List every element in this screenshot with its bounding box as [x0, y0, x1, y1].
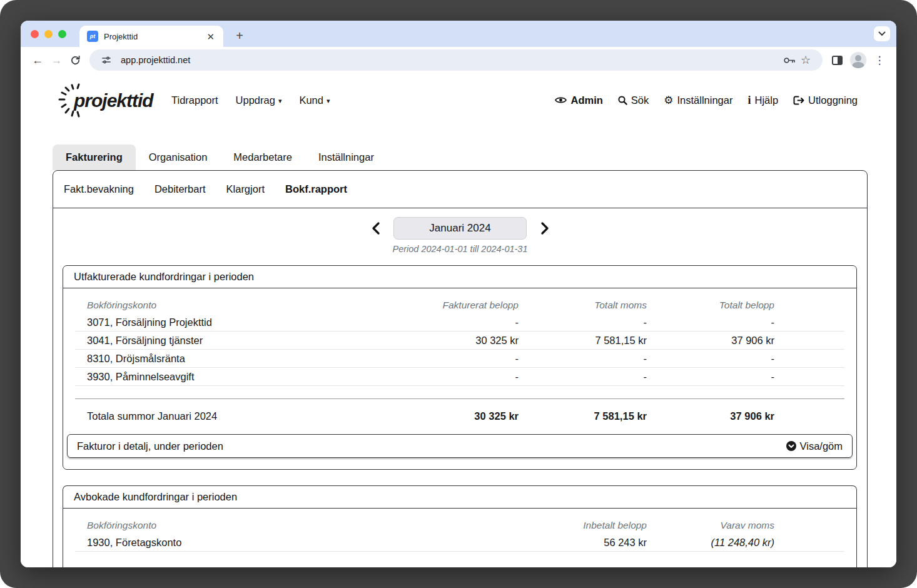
- totals-row: Totala summor Januari 2024 30 325 kr 7 5…: [75, 399, 844, 424]
- page-content: projekttid Tidrapport Uppdrag ▾ Kund ▾: [21, 73, 896, 567]
- caret-down-icon: ▾: [278, 97, 282, 105]
- nav-hjalp[interactable]: i Hjälp: [747, 94, 778, 106]
- caret-down-icon: ▾: [327, 97, 330, 105]
- table-row: 1930, Företagskonto 56 243 kr (11 248,40…: [75, 534, 844, 552]
- table-header-row: Bokföringskonto Inbetalt belopp Varav mo…: [75, 517, 844, 534]
- totals-fakturerat: 30 325 kr: [390, 410, 519, 422]
- subtab-fakt-bevakning[interactable]: Fakt.bevakning: [64, 183, 134, 195]
- address-bar[interactable]: app.projekttid.net ☆: [89, 49, 823, 71]
- tab-fakturering[interactable]: Fakturering: [53, 144, 136, 170]
- nav-installningar[interactable]: ⚙ Inställningar: [664, 94, 732, 106]
- table-row: 3041, Försäljning tjänster 30 325 kr 7 5…: [75, 332, 844, 350]
- section-tabs: Fakturering Organisation Medarbetare Ins…: [53, 144, 387, 170]
- account-cell: 8310, Dröjsmålsränta: [75, 353, 390, 365]
- col-inbetalt-belopp: Inbetalt belopp: [519, 520, 647, 531]
- projekttid-logo[interactable]: projekttid: [56, 81, 161, 119]
- reload-icon[interactable]: [66, 51, 84, 69]
- tab-search-chevron-icon[interactable]: [874, 26, 890, 41]
- invoiced-card: Utfakturerade kundfordringar i perioden …: [63, 265, 857, 470]
- user-nav: Admin Sök ⚙ Inställningar i Hjälp: [555, 94, 858, 106]
- browser-tab-title: Projekttid: [104, 32, 204, 41]
- invoiced-table: Bokföringskonto Fakturerat belopp Totalt…: [75, 297, 844, 424]
- col-bokforingskonto: Bokföringskonto: [75, 300, 390, 311]
- amount-cell: 56 243 kr: [519, 537, 647, 549]
- amount-cell: 30 325 kr: [390, 335, 519, 347]
- site-info-icon[interactable]: [98, 52, 114, 68]
- side-panel-icon[interactable]: [828, 51, 846, 69]
- amount-cell: -: [647, 353, 774, 365]
- chevron-down-circle-icon: [786, 441, 796, 451]
- month-navigator: Januari 2024: [53, 217, 867, 240]
- sub-tabs: Fakt.bevakning Debiterbart Klargjort Bok…: [53, 171, 867, 208]
- browser-toolbar: ← → app.projekttid.net ☆ ⋮: [21, 47, 896, 73]
- zoom-window-button[interactable]: [58, 30, 66, 38]
- profile-avatar[interactable]: [850, 52, 866, 68]
- search-icon: [618, 96, 627, 105]
- account-cell: 3041, Försäljning tjänster: [75, 335, 390, 347]
- tab-organisation[interactable]: Organisation: [136, 144, 221, 170]
- col-totalt-moms: Totalt moms: [519, 300, 647, 311]
- table-header-row: Bokföringskonto Fakturerat belopp Totalt…: [75, 297, 844, 313]
- amount-cell: -: [647, 317, 774, 328]
- col-varav-moms: Varav moms: [647, 520, 774, 531]
- cancelled-card: Avbokade kundfordringar i perioden Bokfö…: [63, 485, 857, 567]
- browser-tabstrip: pt Projekttid ✕ +: [21, 21, 896, 47]
- nav-tidrapport[interactable]: Tidrapport: [171, 94, 218, 106]
- nav-sok[interactable]: Sök: [618, 94, 649, 106]
- cancelled-card-title: Avbokade kundfordringar i perioden: [63, 486, 856, 509]
- invoice-detail-toggle-bar[interactable]: Fakturor i detalj, under perioden Visa/g…: [67, 434, 853, 458]
- amount-cell: -: [390, 353, 519, 365]
- totals-belopp: 37 906 kr: [647, 410, 774, 422]
- account-cell: 3071, Försäljning Projekttid: [75, 317, 390, 328]
- table-row: 3930, Påminnelseavgift - - -: [75, 368, 844, 386]
- subtab-klargjort[interactable]: Klargjort: [226, 183, 265, 195]
- amount-cell: -: [519, 317, 647, 328]
- account-cell: 3930, Påminnelseavgift: [75, 371, 390, 383]
- url-text[interactable]: app.projekttid.net: [121, 55, 781, 65]
- subtab-bokf-rapport[interactable]: Bokf.rapport: [285, 183, 347, 195]
- table-row: 3071, Försäljning Projekttid - - -: [75, 313, 844, 332]
- fakturering-panel: Fakt.bevakning Debiterbart Klargjort Bok…: [53, 170, 868, 567]
- amount-cell: -: [390, 371, 519, 383]
- new-tab-button[interactable]: +: [231, 27, 248, 44]
- nav-kund[interactable]: Kund ▾: [299, 94, 330, 106]
- totals-label: Totala summor Januari 2024: [75, 410, 390, 422]
- show-hide-toggle[interactable]: Visa/göm: [786, 440, 843, 452]
- tab-installningar[interactable]: Inställningar: [305, 144, 387, 170]
- amount-cell: -: [647, 371, 774, 383]
- month-button[interactable]: Januari 2024: [393, 217, 527, 240]
- nav-admin[interactable]: Admin: [555, 94, 602, 106]
- nav-uppdrag[interactable]: Uppdrag ▾: [236, 94, 282, 106]
- back-icon[interactable]: ←: [28, 51, 47, 69]
- window-controls: [31, 30, 66, 38]
- amount-cell: 37 906 kr: [647, 335, 774, 347]
- table-row: 8310, Dröjsmålsränta - - -: [75, 350, 844, 368]
- amount-cell: -: [519, 353, 647, 365]
- cancelled-table: Bokföringskonto Inbetalt belopp Varav mo…: [75, 517, 844, 552]
- amount-cell: 7 581,15 kr: [519, 335, 647, 347]
- gear-icon: ⚙: [664, 95, 673, 106]
- favicon: pt: [87, 31, 98, 42]
- close-window-button[interactable]: [31, 30, 39, 38]
- forward-icon[interactable]: →: [47, 51, 66, 69]
- period-caption: Period 2024-01-01 till 2024-01-31: [53, 244, 867, 254]
- tab-medarbetare[interactable]: Medarbetare: [220, 144, 305, 170]
- minimize-window-button[interactable]: [44, 30, 53, 38]
- browser-menu-icon[interactable]: ⋮: [870, 51, 889, 69]
- col-bokforingskonto: Bokföringskonto: [75, 520, 519, 531]
- show-hide-label: Visa/göm: [800, 440, 843, 452]
- totals-moms: 7 581,15 kr: [519, 410, 647, 422]
- eye-icon: [555, 96, 567, 104]
- close-tab-icon[interactable]: ✕: [204, 31, 217, 43]
- previous-month-icon[interactable]: [370, 222, 380, 235]
- bookmark-star-icon[interactable]: ☆: [798, 52, 814, 68]
- password-key-icon[interactable]: [781, 52, 798, 68]
- nav-utloggning[interactable]: Utloggning: [793, 94, 858, 106]
- invoiced-card-title: Utfakturerade kundfordringar i perioden: [63, 266, 856, 288]
- col-fakturerat-belopp: Fakturerat belopp: [390, 300, 519, 311]
- info-icon: i: [747, 94, 751, 106]
- next-month-icon[interactable]: [540, 222, 550, 235]
- browser-tab[interactable]: pt Projekttid ✕: [79, 26, 223, 47]
- amount-cell: -: [390, 317, 519, 328]
- subtab-debiterbart[interactable]: Debiterbart: [155, 183, 206, 195]
